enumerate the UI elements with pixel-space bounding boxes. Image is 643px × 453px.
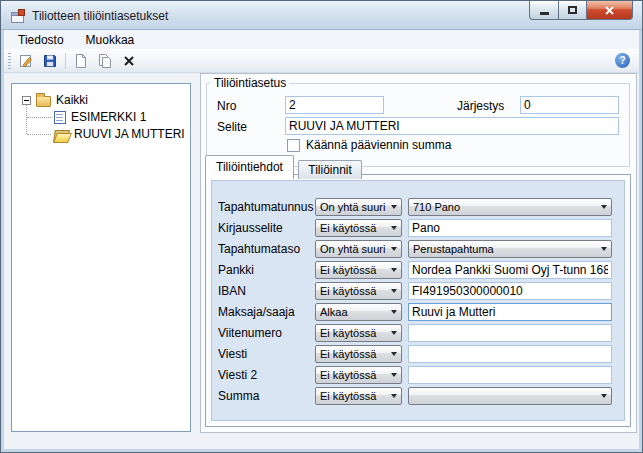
condition-label: Viitenumero: [218, 326, 315, 340]
condition-value-select[interactable]: Perustapahtuma: [408, 240, 612, 258]
condition-label: Tapahtumataso: [218, 242, 315, 256]
minimize-icon: [540, 12, 549, 15]
checkbox-icon[interactable]: [287, 139, 300, 152]
titlebar[interactable]: Tiliotteen tiliöintiasetukset: [1, 1, 642, 30]
chevron-down-icon: [391, 226, 397, 230]
condition-value-input[interactable]: [408, 324, 612, 342]
condition-operator-select[interactable]: On yhtä suuri ku: [315, 198, 402, 216]
combo-operator-text: Ei käytössä: [320, 327, 388, 339]
toolbar-separator: [65, 53, 66, 69]
help-icon[interactable]: [615, 53, 630, 68]
condition-row: IBANEi käytössä: [218, 282, 624, 300]
condition-label: Kirjausselite: [218, 221, 315, 235]
minimize-button[interactable]: [529, 1, 559, 20]
condition-label: Tapahtumatunnus: [218, 200, 315, 214]
combo-operator-text: Ei käytössä: [320, 348, 388, 360]
condition-row: KirjausseliteEi käytössä: [218, 219, 624, 237]
condition-value-input[interactable]: [408, 303, 612, 321]
menu-muokkaa[interactable]: Muokkaa: [78, 32, 143, 48]
condition-row: ViestiEi käytössä: [218, 345, 624, 363]
tab-tiliointiehdot[interactable]: Tiliöintiehdot: [205, 155, 294, 179]
selite-label: Selite: [217, 120, 247, 134]
edit-button[interactable]: [17, 52, 35, 70]
condition-operator-select[interactable]: On yhtä suuri ku: [315, 240, 402, 258]
collapse-icon[interactable]: [22, 96, 31, 105]
condition-label: IBAN: [218, 284, 315, 298]
new-document-icon: [73, 53, 89, 69]
close-button[interactable]: [587, 1, 633, 20]
condition-operator-select[interactable]: Ei käytössä: [315, 345, 402, 363]
combo-operator-text: Ei käytössä: [320, 285, 388, 297]
app-form-icon: [10, 8, 26, 24]
condition-operator-select[interactable]: Ei käytössä: [315, 366, 402, 384]
tree-item-ruuvi-ja-mutteri[interactable]: RUUVI JA MUTTERI: [54, 126, 185, 142]
condition-value-input[interactable]: [408, 282, 612, 300]
jarjestys-input[interactable]: [520, 96, 619, 114]
close-icon: [605, 6, 614, 15]
condition-label: Maksaja/saaja: [218, 305, 315, 319]
edit-icon: [18, 53, 34, 69]
checkbox-label: Käännä pääviennin summa: [306, 138, 451, 152]
condition-operator-select[interactable]: Ei käytössä: [315, 387, 402, 405]
toolbar-grip[interactable]: [8, 53, 11, 69]
chevron-down-icon: [391, 289, 397, 293]
kaanna-paaviennin-summa-checkbox[interactable]: Käännä pääviennin summa: [287, 138, 451, 152]
condition-value-input[interactable]: [408, 366, 612, 384]
condition-label: Viesti: [218, 347, 315, 361]
condition-operator-select[interactable]: Alkaa: [315, 303, 402, 321]
maximize-button[interactable]: [559, 1, 587, 20]
combo-operator-text: Ei käytössä: [320, 369, 388, 381]
chevron-down-icon: [391, 268, 397, 272]
chevron-down-icon: [391, 310, 397, 314]
tree-connector: [27, 134, 51, 135]
tree-item-label: RUUVI JA MUTTERI: [74, 127, 185, 141]
combo-operator-text: On yhtä suuri ku: [320, 201, 388, 213]
condition-operator-select[interactable]: Ei käytössä: [315, 324, 402, 342]
new-button[interactable]: [72, 52, 90, 70]
tab-tilioinnit[interactable]: Tiliöinnit: [298, 160, 362, 179]
tree-item-label: Kaikki: [56, 93, 88, 107]
folder-closed-icon: [36, 96, 51, 107]
condition-label: Pankki: [218, 263, 315, 277]
selite-input[interactable]: [285, 117, 619, 135]
chevron-down-icon: [601, 247, 607, 251]
combo-operator-text: Ei käytössä: [320, 390, 388, 402]
delete-button[interactable]: [120, 52, 138, 70]
menu-tiedosto[interactable]: Tiedosto: [10, 32, 72, 48]
menubar: Tiedosto Muokkaa: [4, 31, 639, 49]
condition-operator-select[interactable]: Ei käytössä: [315, 282, 402, 300]
combo-operator-text: Ei käytössä: [320, 222, 388, 234]
jarjestys-label: Järjestys: [457, 99, 504, 113]
chevron-down-icon: [391, 373, 397, 377]
condition-value-input[interactable]: [408, 219, 612, 237]
tree-connector: [27, 117, 51, 118]
toolbar: [4, 49, 639, 73]
app-window: Tiliotteen tiliöintiasetukset Tiedosto M…: [0, 0, 643, 453]
condition-value-select[interactable]: [408, 387, 612, 405]
tree-item-kaikki[interactable]: Kaikki: [22, 92, 88, 108]
chevron-down-icon: [391, 247, 397, 251]
condition-value-input[interactable]: [408, 261, 612, 279]
tree-item-esimerkki-1[interactable]: ESIMERKKI 1: [54, 109, 146, 125]
condition-operator-select[interactable]: Ei käytössä: [315, 261, 402, 279]
condition-row: TapahtumatasoOn yhtä suuri kuPerustapaht…: [218, 240, 624, 258]
condition-row: ViitenumeroEi käytössä: [218, 324, 624, 342]
tab-strip: Tiliöintiehdot Tiliöinnit: [205, 155, 363, 175]
tree-panel[interactable]: Kaikki ESIMERKKI 1 RUUVI JA MUTTERI: [11, 83, 191, 432]
copy-button[interactable]: [96, 52, 114, 70]
condition-value-input[interactable]: [408, 345, 612, 363]
combo-operator-text: Alkaa: [320, 306, 388, 318]
save-button[interactable]: [41, 52, 59, 70]
nro-input[interactable]: [285, 96, 384, 114]
condition-operator-select[interactable]: Ei käytössä: [315, 219, 402, 237]
tree-item-label: ESIMERKKI 1: [71, 110, 146, 124]
chevron-down-icon: [391, 394, 397, 398]
conditions-rows: TapahtumatunnusOn yhtä suuri ku710 PanoK…: [211, 180, 625, 421]
condition-value-select[interactable]: 710 Pano: [408, 198, 612, 216]
condition-row: TapahtumatunnusOn yhtä suuri ku710 Pano: [218, 198, 624, 216]
chevron-down-icon: [601, 394, 607, 398]
combo-operator-text: On yhtä suuri ku: [320, 243, 388, 255]
settings-panel: Tiliöintiasetus Nro Järjestys Selite Kää…: [200, 73, 637, 433]
groupbox-title: Tiliöintiasetus: [210, 76, 290, 90]
condition-row: SummaEi käytössä: [218, 387, 624, 405]
